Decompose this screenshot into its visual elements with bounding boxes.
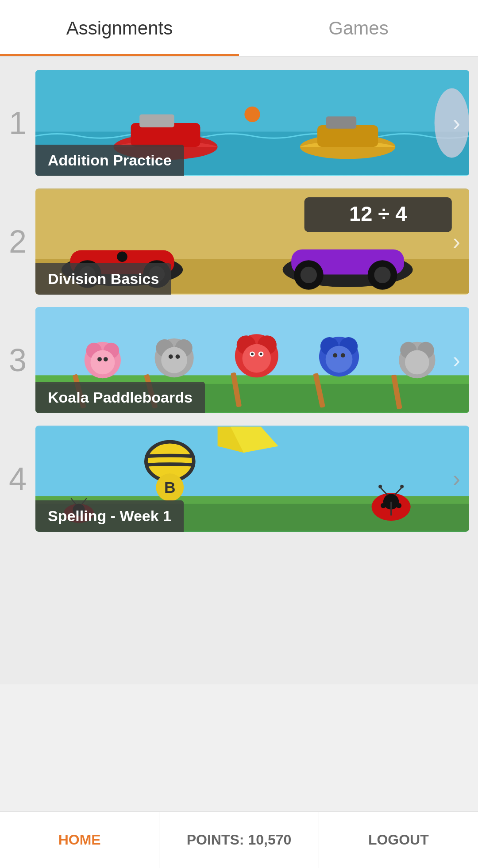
assignment-card-4[interactable]: B [35,426,469,532]
svg-point-48 [251,353,254,355]
svg-rect-7 [326,116,357,128]
assignment-card-1[interactable]: Addition Practice › [35,70,469,176]
svg-rect-4 [139,114,174,127]
svg-point-22 [301,267,317,283]
svg-point-24 [374,267,390,283]
chevron-right-icon-4: › [453,465,460,492]
svg-point-45 [242,344,271,373]
row-number-2: 2 [0,223,35,260]
card-title-2: Division Basics [35,263,171,295]
row-number-1: 1 [0,105,35,141]
svg-text:12 ÷ 4: 12 ÷ 4 [349,202,407,225]
list-item: 1 [0,70,478,176]
tab-games[interactable]: Games [239,0,478,56]
svg-point-18 [117,252,127,262]
nav-points: POINTS: 10,570 [159,812,319,868]
nav-home[interactable]: HOME [0,812,159,868]
svg-point-49 [260,353,262,355]
chevron-right-icon-2: › [453,228,460,255]
tab-bar: Assignments Games [0,0,478,57]
row-number-3: 3 [0,342,35,378]
svg-point-76 [396,503,401,508]
svg-point-34 [97,357,102,361]
svg-point-80 [400,485,404,488]
card-title-3: Koala Paddleboards [35,382,205,413]
svg-point-59 [405,350,429,374]
list-item: 4 [0,426,478,532]
svg-point-55 [341,353,345,357]
tab-assignments[interactable]: Assignments [0,0,239,56]
chevron-right-icon-3: › [453,347,460,373]
chevron-right-icon-1: › [453,110,460,136]
row-number-4: 4 [0,461,35,497]
svg-point-8 [244,107,260,122]
svg-point-9 [435,88,469,158]
svg-point-53 [326,346,353,373]
list-item: 3 [0,307,478,413]
list-item: 2 [0,188,478,295]
bottom-nav-bar: HOME POINTS: 10,570 LOGOUT [0,811,478,868]
svg-point-35 [104,357,108,361]
card-title-1: Addition Practice [35,145,184,176]
svg-point-79 [378,485,382,488]
assignments-list: 1 [0,57,478,684]
svg-text:B: B [164,479,175,496]
content-spacer [0,684,478,811]
nav-logout[interactable]: LOGOUT [319,812,478,868]
svg-point-33 [90,350,115,374]
assignment-card-2[interactable]: 12 ÷ 4 Division Basics › [35,188,469,295]
svg-point-75 [381,503,386,508]
card-title-4: Spelling - Week 1 [35,500,184,532]
svg-point-40 [169,354,173,359]
svg-point-41 [176,354,180,359]
svg-point-54 [333,353,337,357]
svg-point-39 [161,347,187,373]
assignment-card-3[interactable]: Koala Paddleboards › [35,307,469,413]
